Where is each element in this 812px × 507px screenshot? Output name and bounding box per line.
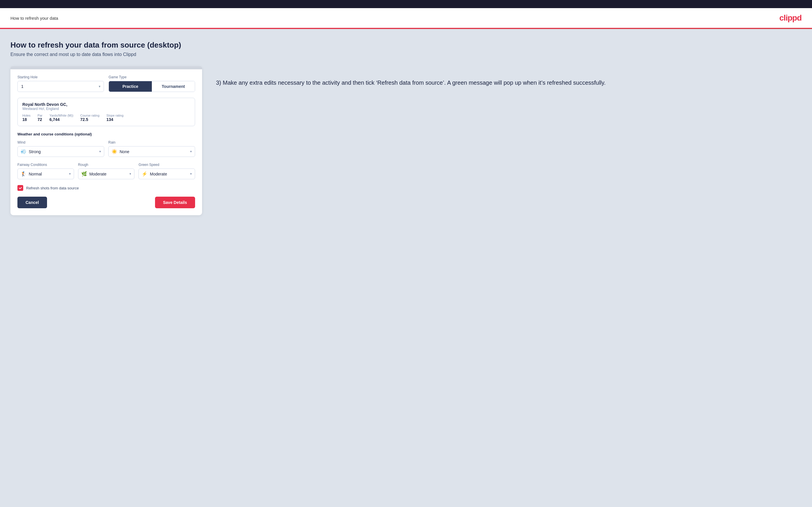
main-content: How to refresh your data from source (de… — [0, 29, 812, 507]
cancel-button[interactable]: Cancel — [17, 196, 47, 208]
green-speed-group: Green Speed ⚡ Moderate ▾ — [139, 163, 195, 179]
green-speed-value: Moderate — [150, 172, 190, 176]
rough-chevron-icon: ▾ — [130, 172, 131, 176]
green-speed-chevron-icon: ▾ — [190, 172, 192, 176]
green-speed-label: Green Speed — [139, 163, 195, 167]
holes-label: Holes — [22, 114, 31, 117]
course-stats: Holes 18 Par 72 Yards/White (M)) 6,744 C… — [22, 114, 190, 122]
holes-stat: Holes 18 — [22, 114, 31, 122]
fairway-label: Fairway Conditions — [17, 163, 74, 167]
starting-hole-select[interactable]: 1 — [17, 81, 104, 92]
wind-label: Wind — [17, 140, 104, 145]
yards-value: 6,744 — [49, 117, 73, 122]
instruction-text: 3) Make any extra edits necessary to the… — [216, 78, 802, 87]
wind-value: Strong — [29, 149, 99, 154]
wind-dropdown[interactable]: 💨 Strong ▾ — [17, 146, 104, 157]
wind-icon: 💨 — [20, 149, 27, 154]
header-title: How to refresh your data — [10, 16, 58, 20]
fairway-value: Normal — [29, 172, 69, 176]
course-name: Royal North Devon GC, — [22, 102, 190, 107]
green-speed-icon: ⚡ — [142, 171, 148, 177]
page-subheading: Ensure the correct and most up to date d… — [10, 52, 802, 57]
header: How to refresh your data clippd — [0, 8, 812, 29]
top-bar — [0, 0, 812, 8]
wind-rain-row: Wind 💨 Strong ▾ Rain ☀️ None ▾ — [17, 140, 195, 157]
starting-hole-select-wrapper: 1 ▾ — [17, 81, 104, 92]
fairway-chevron-icon: ▾ — [69, 172, 71, 176]
course-rating-stat: Course rating 72.5 — [81, 114, 100, 122]
tournament-button[interactable]: Tournament — [152, 81, 195, 92]
starting-hole-label: Starting Hole — [17, 75, 104, 79]
par-label: Par — [38, 114, 42, 117]
yards-stat: Yards/White (M)) 6,744 — [49, 114, 73, 122]
refresh-label: Refresh shots from data source — [26, 186, 79, 190]
starting-hole-game-type-row: Starting Hole 1 ▾ Game Type Practice Tou… — [17, 75, 195, 92]
game-type-label: Game Type — [109, 75, 195, 79]
course-rating-label: Course rating — [81, 114, 100, 117]
wind-group: Wind 💨 Strong ▾ — [17, 140, 104, 157]
conditions-row-2: Fairway Conditions 🏌️ Normal ▾ Rough 🌿 M… — [17, 163, 195, 179]
rain-icon: ☀️ — [111, 149, 117, 154]
wind-chevron-icon: ▾ — [99, 150, 101, 154]
green-speed-dropdown[interactable]: ⚡ Moderate ▾ — [139, 169, 195, 179]
game-type-group: Game Type Practice Tournament — [109, 75, 195, 92]
fairway-group: Fairway Conditions 🏌️ Normal ▾ — [17, 163, 74, 179]
rain-group: Rain ☀️ None ▾ — [108, 140, 195, 157]
rough-label: Rough — [78, 163, 135, 167]
form-card: Starting Hole 1 ▾ Game Type Practice Tou… — [10, 66, 202, 215]
rain-dropdown[interactable]: ☀️ None ▾ — [108, 146, 195, 157]
rough-icon: 🌿 — [81, 171, 87, 177]
game-type-buttons: Practice Tournament — [109, 81, 195, 92]
starting-hole-group: Starting Hole 1 ▾ — [17, 75, 104, 92]
rain-label: Rain — [108, 140, 195, 145]
par-value: 72 — [38, 117, 42, 122]
page-heading: How to refresh your data from source (de… — [10, 41, 802, 50]
content-row: Starting Hole 1 ▾ Game Type Practice Tou… — [10, 66, 802, 215]
course-info-box: Royal North Devon GC, Westward Ho!, Engl… — [17, 98, 195, 126]
rain-chevron-icon: ▾ — [190, 150, 192, 154]
slope-rating-value: 134 — [107, 117, 124, 122]
refresh-checkbox-row: Refresh shots from data source — [17, 185, 195, 191]
slope-rating-stat: Slope rating 134 — [107, 114, 124, 122]
par-stat: Par 72 — [38, 114, 42, 122]
holes-value: 18 — [22, 117, 31, 122]
refresh-checkbox[interactable] — [17, 185, 23, 191]
rough-group: Rough 🌿 Moderate ▾ — [78, 163, 135, 179]
rain-value: None — [119, 149, 190, 154]
slope-rating-label: Slope rating — [107, 114, 124, 117]
weather-section-title: Weather and course conditions (optional) — [17, 132, 195, 136]
fairway-dropdown[interactable]: 🏌️ Normal ▾ — [17, 169, 74, 179]
rough-value: Moderate — [89, 172, 130, 176]
course-location: Westward Ho!, England — [22, 107, 190, 111]
fairway-icon: 🏌️ — [20, 171, 27, 177]
save-button[interactable]: Save Details — [155, 196, 195, 208]
practice-button[interactable]: Practice — [109, 81, 152, 92]
yards-label: Yards/White (M)) — [49, 114, 73, 117]
form-actions: Cancel Save Details — [17, 196, 195, 208]
logo: clippd — [779, 13, 802, 22]
course-rating-value: 72.5 — [81, 117, 100, 122]
instruction-panel: 3) Make any extra edits necessary to the… — [216, 66, 802, 87]
rough-dropdown[interactable]: 🌿 Moderate ▾ — [78, 169, 135, 179]
